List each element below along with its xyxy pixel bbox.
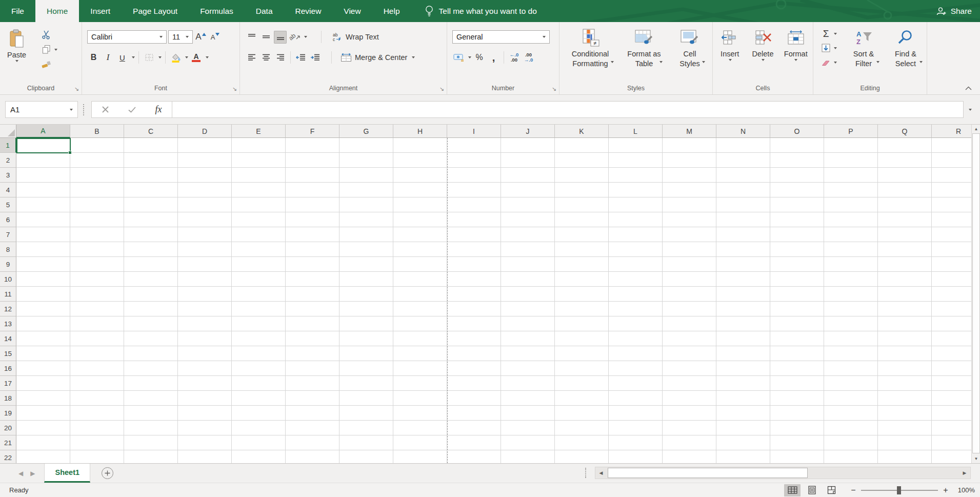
font-dialog-launcher[interactable]: ↘ [232, 86, 237, 92]
selected-cell-A1[interactable] [16, 138, 71, 153]
paste-dropdown[interactable] [15, 60, 18, 62]
cancel-button[interactable] [92, 102, 118, 117]
insert-cells-dropdown[interactable] [729, 59, 732, 61]
clear-dropdown[interactable] [834, 62, 837, 64]
cell-styles-button[interactable]: Cell Styles [670, 22, 710, 63]
copy-button[interactable] [40, 43, 53, 56]
format-cells-dropdown[interactable] [794, 59, 797, 61]
font-color-dropdown[interactable] [206, 56, 209, 58]
row-header-11[interactable]: 11 [0, 287, 16, 302]
vertical-scrollbar[interactable]: ▲ ▼ [971, 125, 980, 463]
wrap-text-button[interactable]: ab c Wrap Text [330, 31, 381, 44]
fill-color-button[interactable] [169, 51, 182, 64]
column-header-E[interactable]: E [232, 125, 286, 138]
underline-dropdown[interactable] [132, 56, 135, 58]
font-name-select[interactable]: Calibri [87, 30, 167, 44]
row-header-1[interactable]: 1 [0, 138, 16, 153]
row-header-22[interactable]: 22 [0, 450, 16, 463]
clipboard-dialog-launcher[interactable]: ↘ [74, 86, 79, 92]
cells-area[interactable] [16, 138, 971, 463]
column-header-L[interactable]: L [609, 125, 663, 138]
page-layout-view-button[interactable] [804, 484, 820, 496]
row-header-6[interactable]: 6 [0, 212, 16, 227]
column-header-F[interactable]: F [286, 125, 339, 138]
row-header-15[interactable]: 15 [0, 346, 16, 361]
decrease-decimal-button[interactable]: .00→.0 [522, 51, 535, 64]
column-header-H[interactable]: H [393, 125, 447, 138]
middle-align-button[interactable] [259, 31, 272, 44]
format-cells-button[interactable]: Format [780, 22, 812, 61]
sheet-tab-sheet1[interactable]: Sheet1 [44, 464, 90, 483]
copy-dropdown[interactable] [54, 49, 57, 51]
delete-cells-dropdown[interactable] [762, 59, 765, 61]
column-header-K[interactable]: K [555, 125, 609, 138]
row-header-13[interactable]: 13 [0, 316, 16, 331]
column-header-M[interactable]: M [663, 125, 716, 138]
number-format-select[interactable]: General [452, 30, 550, 44]
prev-sheet-button[interactable]: ◀ [18, 470, 23, 477]
row-header-21[interactable]: 21 [0, 435, 16, 450]
font-color-button[interactable]: A [190, 51, 203, 64]
row-header-5[interactable]: 5 [0, 197, 16, 212]
horizontal-scrollbar[interactable]: ◀ ▶ [595, 467, 971, 479]
conditional-formatting-dropdown[interactable] [611, 61, 614, 63]
autosum-button[interactable]: Σ [819, 27, 832, 40]
normal-view-button[interactable] [784, 484, 801, 496]
column-header-N[interactable]: N [716, 125, 770, 138]
zoom-level[interactable]: 100% [952, 486, 975, 494]
column-header-P[interactable]: P [824, 125, 878, 138]
orientation-button[interactable]: ab [288, 31, 301, 44]
format-as-table-dropdown[interactable] [659, 61, 663, 63]
fill-handle[interactable] [68, 151, 72, 154]
column-header-O[interactable]: O [770, 125, 824, 138]
decrease-font-size-button[interactable]: A [209, 31, 222, 44]
clear-button[interactable] [819, 56, 832, 69]
paste-button[interactable]: Paste [7, 23, 26, 62]
zoom-out-button[interactable]: − [850, 486, 857, 495]
name-box-resize-handle[interactable] [83, 104, 86, 115]
row-header-10[interactable]: 10 [0, 272, 16, 287]
row-header-16[interactable]: 16 [0, 361, 16, 376]
row-header-8[interactable]: 8 [0, 242, 16, 257]
borders-dropdown[interactable] [158, 56, 162, 58]
insert-function-button[interactable]: fx [145, 102, 172, 117]
insert-cells-button[interactable]: Insert [714, 22, 746, 61]
tab-formulas[interactable]: Formulas [189, 0, 245, 22]
delete-cells-button[interactable]: Delete [747, 22, 779, 61]
column-header-D[interactable]: D [178, 125, 232, 138]
enter-button[interactable] [118, 102, 145, 117]
fill-color-dropdown[interactable] [185, 56, 188, 58]
tab-view[interactable]: View [332, 0, 372, 22]
name-box[interactable]: A1 [5, 101, 78, 118]
merge-center-dropdown[interactable] [412, 56, 415, 58]
decrease-indent-button[interactable] [294, 51, 307, 64]
increase-indent-button[interactable] [309, 51, 322, 64]
column-header-Q[interactable]: Q [878, 125, 932, 138]
accounting-format-dropdown[interactable] [468, 56, 471, 58]
row-header-19[interactable]: 19 [0, 406, 16, 421]
row-header-4[interactable]: 4 [0, 183, 16, 197]
accounting-format-button[interactable] [452, 51, 465, 64]
tab-page-layout[interactable]: Page Layout [122, 0, 189, 22]
underline-button[interactable]: U [116, 51, 129, 64]
align-center-button[interactable] [259, 51, 272, 64]
share-button[interactable]: Share [935, 0, 972, 22]
page-break-preview-button[interactable] [823, 484, 839, 496]
format-painter-button[interactable] [40, 58, 53, 71]
row-header-20[interactable]: 20 [0, 421, 16, 435]
row-header-17[interactable]: 17 [0, 376, 16, 391]
increase-font-size-button[interactable]: A [194, 31, 207, 44]
tab-home[interactable]: Home [35, 0, 79, 22]
comma-style-button[interactable]: , [487, 51, 500, 64]
italic-button[interactable]: I [102, 51, 114, 64]
scroll-left-button[interactable]: ◀ [595, 467, 607, 479]
new-sheet-button[interactable] [102, 467, 113, 479]
column-header-R[interactable]: R [932, 125, 971, 138]
autosum-dropdown[interactable] [834, 33, 837, 35]
tab-data[interactable]: Data [245, 0, 284, 22]
align-right-button[interactable] [274, 51, 287, 64]
top-align-button[interactable] [245, 31, 258, 44]
alignment-dialog-launcher[interactable]: ↘ [439, 86, 444, 92]
select-all-button[interactable] [0, 125, 16, 138]
next-sheet-button[interactable]: ▶ [30, 470, 35, 477]
